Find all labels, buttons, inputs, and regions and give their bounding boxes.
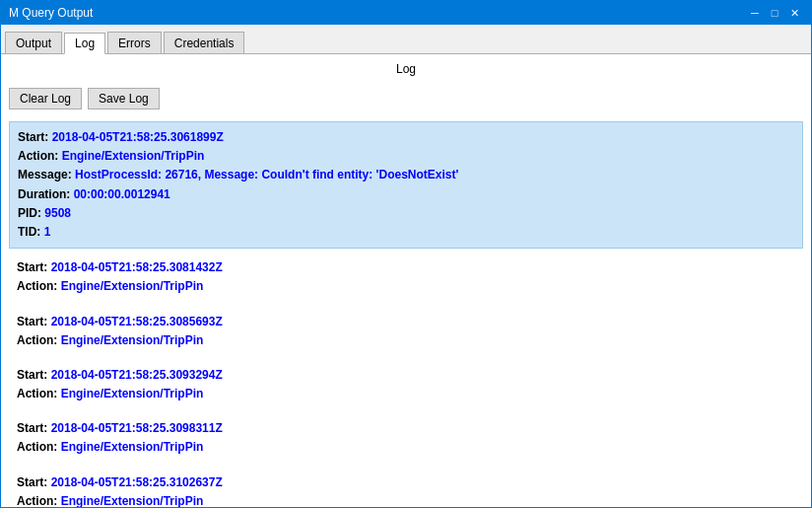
log-field: Action: Engine/Extension/TripPin bbox=[17, 385, 795, 403]
title-bar: M Query Output ─ □ ✕ bbox=[1, 1, 811, 25]
toolbar: Clear Log Save Log bbox=[1, 84, 811, 117]
log-field-label: Action: bbox=[18, 149, 62, 163]
log-field-label: PID: bbox=[18, 206, 44, 220]
log-entry: Start: 2018-04-05T21:58:25.3081432ZActio… bbox=[9, 253, 803, 302]
log-field-value: 2018-04-05T21:58:25.3061899Z bbox=[52, 130, 224, 144]
log-field: TID: 1 bbox=[18, 223, 794, 242]
log-field-label: Message: bbox=[18, 168, 75, 181]
log-entry: Start: 2018-04-05T21:58:25.3098311ZActio… bbox=[9, 413, 803, 463]
log-field-value: 1 bbox=[44, 225, 51, 239]
log-field: PID: 9508 bbox=[18, 204, 794, 223]
close-button[interactable]: ✕ bbox=[785, 5, 803, 21]
log-field: Action: Engine/Extension/TripPin bbox=[17, 492, 795, 507]
save-log-button[interactable]: Save Log bbox=[88, 88, 160, 109]
log-field-value: 2018-04-05T21:58:25.3098311Z bbox=[51, 421, 223, 435]
log-field: Start: 2018-04-05T21:58:25.3093294Z bbox=[17, 366, 795, 385]
log-field: Duration: 00:00:00.0012941 bbox=[18, 185, 794, 204]
log-entry: Start: 2018-04-05T21:58:25.3093294ZActio… bbox=[9, 360, 803, 409]
log-field-label: Action: bbox=[17, 494, 61, 507]
tab-credentials[interactable]: Credentials bbox=[164, 32, 245, 53]
tab-bar: Output Log Errors Credentials bbox=[1, 25, 811, 54]
tab-output[interactable]: Output bbox=[5, 32, 62, 53]
minimize-button[interactable]: ─ bbox=[746, 5, 764, 21]
window-controls: ─ □ ✕ bbox=[746, 5, 803, 21]
log-entry: Start: 2018-04-05T21:58:25.3102637ZActio… bbox=[9, 468, 803, 507]
log-field: Start: 2018-04-05T21:58:25.3061899Z bbox=[18, 128, 794, 147]
log-field: Start: 2018-04-05T21:58:25.3102637Z bbox=[17, 473, 795, 492]
tab-log[interactable]: Log bbox=[64, 33, 105, 54]
log-field-value: Engine/Extension/TripPin bbox=[61, 333, 204, 347]
log-entry: Start: 2018-04-05T21:58:25.3061899ZActio… bbox=[9, 121, 803, 249]
log-container[interactable]: Start: 2018-04-05T21:58:25.3061899ZActio… bbox=[1, 117, 811, 507]
log-field: Message: HostProcessId: 26716, Message: … bbox=[18, 166, 794, 184]
log-field-label: Start: bbox=[17, 368, 51, 382]
window-title: M Query Output bbox=[9, 6, 93, 20]
clear-log-button[interactable]: Clear Log bbox=[9, 88, 82, 109]
log-field-label: Start: bbox=[17, 315, 51, 328]
log-entry: Start: 2018-04-05T21:58:25.3085693ZActio… bbox=[9, 307, 803, 356]
log-field: Start: 2018-04-05T21:58:25.3085693Z bbox=[17, 313, 795, 331]
log-field-value: 00:00:00.0012941 bbox=[74, 187, 170, 201]
log-field-value: Engine/Extension/TripPin bbox=[61, 494, 204, 507]
log-field: Action: Engine/Extension/TripPin bbox=[17, 331, 795, 350]
log-field-value: 2018-04-05T21:58:25.3102637Z bbox=[51, 475, 223, 489]
log-title: Log bbox=[1, 54, 811, 84]
log-field: Action: Engine/Extension/TripPin bbox=[17, 277, 795, 296]
log-field-value: 2018-04-05T21:58:25.3093294Z bbox=[51, 368, 223, 382]
log-field: Action: Engine/Extension/TripPin bbox=[18, 147, 794, 166]
log-field: Action: Engine/Extension/TripPin bbox=[17, 438, 795, 457]
log-field-label: Start: bbox=[17, 260, 51, 274]
log-field-label: Start: bbox=[17, 475, 51, 489]
log-field: Start: 2018-04-05T21:58:25.3098311Z bbox=[17, 419, 795, 438]
log-field-value: Engine/Extension/TripPin bbox=[61, 279, 204, 293]
log-field-label: Start: bbox=[18, 130, 52, 144]
log-field-value: Engine/Extension/TripPin bbox=[61, 440, 204, 454]
tab-errors[interactable]: Errors bbox=[107, 32, 162, 53]
log-field-value: 2018-04-05T21:58:25.3081432Z bbox=[51, 260, 223, 274]
log-field-label: Start: bbox=[17, 421, 51, 435]
log-field-label: Action: bbox=[17, 333, 61, 347]
log-field-label: Action: bbox=[17, 279, 61, 293]
log-field-value: Engine/Extension/TripPin bbox=[61, 387, 204, 400]
log-field-label: TID: bbox=[18, 225, 44, 239]
main-window: M Query Output ─ □ ✕ Output Log Errors C… bbox=[0, 0, 812, 508]
log-field-value: 2018-04-05T21:58:25.3085693Z bbox=[51, 315, 223, 328]
content-area: Log Clear Log Save Log Start: 2018-04-05… bbox=[1, 54, 811, 507]
log-field: Start: 2018-04-05T21:58:25.3081432Z bbox=[17, 258, 795, 277]
log-field-label: Action: bbox=[17, 387, 61, 400]
maximize-button[interactable]: □ bbox=[766, 5, 783, 21]
log-field-value: Engine/Extension/TripPin bbox=[62, 149, 205, 163]
log-field-value: HostProcessId: 26716, Message: Couldn't … bbox=[75, 168, 458, 181]
log-field-value: 9508 bbox=[44, 206, 71, 220]
log-field-label: Action: bbox=[17, 440, 61, 454]
log-field-label: Duration: bbox=[18, 187, 74, 201]
